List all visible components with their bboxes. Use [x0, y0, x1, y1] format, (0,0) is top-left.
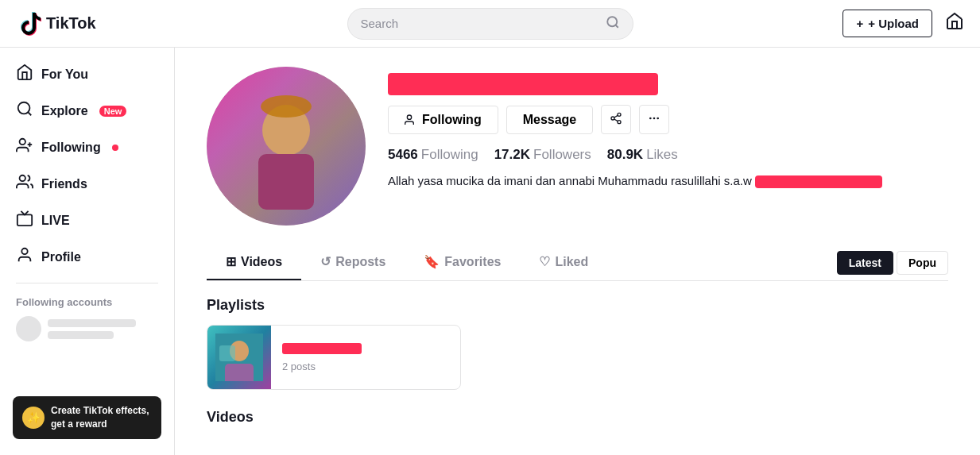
sidebar-item-friends[interactable]: Friends — [6, 167, 168, 202]
svg-point-7 — [20, 175, 25, 181]
tab-favorites-label: Favorites — [444, 255, 501, 269]
sidebar-item-explore[interactable]: Explore New — [6, 94, 168, 129]
likes-count: 80.9K — [607, 147, 643, 163]
svg-rect-25 — [219, 345, 235, 361]
svg-line-17 — [614, 119, 618, 121]
svg-point-15 — [611, 117, 614, 120]
sidebar-item-profile[interactable]: Profile — [6, 240, 168, 275]
tab-reposts-label: Reposts — [335, 255, 385, 269]
svg-rect-11 — [258, 154, 314, 210]
inbox-icon[interactable] — [945, 12, 964, 36]
following-btn-label: Following — [422, 113, 482, 127]
upload-label: + Upload — [868, 17, 919, 30]
stat-likes: 80.9K Likes — [607, 147, 678, 163]
favorites-tab-icon: 🔖 — [424, 254, 440, 269]
tab-liked[interactable]: ♡ Liked — [520, 245, 607, 280]
stat-followers: 17.2K Followers — [494, 147, 591, 163]
home-icon — [16, 64, 33, 86]
share-icon — [610, 112, 622, 125]
videos-tab-icon: ⊞ — [226, 254, 236, 269]
likes-label: Likes — [646, 147, 678, 163]
following-btn-icon — [405, 114, 417, 126]
svg-point-16 — [618, 121, 621, 124]
followers-count: 17.2K — [494, 147, 530, 163]
playlist-card[interactable]: 2 posts — [207, 325, 461, 390]
profile-avatar — [207, 67, 366, 226]
profile-header: Following Message — [207, 67, 948, 226]
tab-liked-label: Liked — [555, 255, 588, 269]
svg-point-14 — [618, 113, 621, 116]
playlists-title: Playlists — [207, 297, 948, 314]
sidebar-item-for-you[interactable]: For You — [6, 57, 168, 92]
tab-reposts[interactable]: ↺ Reposts — [301, 245, 405, 280]
reposts-tab-icon: ↺ — [320, 254, 331, 269]
svg-point-20 — [653, 118, 656, 120]
sidebar-label-following: Following — [41, 141, 101, 155]
following-accounts-label: Following accounts — [6, 290, 168, 311]
sidebar-label-explore: Explore — [41, 104, 88, 118]
playlist-name-redacted — [282, 343, 362, 354]
svg-rect-8 — [17, 214, 32, 226]
profile-bio: Allah yasa mucika da imani dan annabi Mu… — [388, 172, 948, 191]
logo[interactable]: TikTok — [16, 11, 143, 37]
following-account-skeleton — [6, 311, 168, 346]
effects-text: Create TikTok effects, get a reward — [51, 404, 152, 431]
message-button[interactable]: Message — [506, 106, 594, 134]
main-content: Following Message — [175, 48, 980, 455]
friends-icon — [16, 173, 33, 195]
svg-line-18 — [614, 115, 618, 118]
new-badge: New — [99, 106, 127, 117]
live-icon — [16, 210, 33, 232]
playlist-thumbnail — [207, 326, 271, 389]
sidebar-label-live: LIVE — [41, 214, 70, 228]
followers-label: Followers — [533, 147, 591, 163]
playlist-posts-count: 2 posts — [282, 361, 449, 372]
notification-dot — [112, 145, 118, 151]
svg-point-9 — [21, 249, 27, 254]
effects-icon: ✨ — [22, 407, 45, 429]
sort-latest-button[interactable]: Latest — [837, 251, 893, 275]
playlist-svg — [215, 334, 263, 381]
search-icon[interactable] — [606, 15, 620, 33]
create-effects-banner[interactable]: ✨ Create TikTok effects, get a reward — [13, 396, 161, 439]
upload-button[interactable]: + + Upload — [842, 10, 932, 37]
following-button[interactable]: Following — [388, 106, 498, 134]
skeleton-avatar — [16, 316, 41, 341]
following-label: Following — [421, 147, 478, 163]
sidebar: For You Explore New Following — [0, 48, 175, 455]
svg-point-4 — [20, 139, 25, 145]
profile-info: Following Message — [388, 67, 948, 191]
sidebar-item-following[interactable]: Following — [6, 130, 168, 165]
tab-videos-label: Videos — [241, 255, 282, 269]
following-count: 5466 — [388, 147, 418, 163]
header: TikTok + + Upload — [0, 0, 980, 48]
header-actions: + + Upload — [837, 10, 964, 37]
stat-following: 5466 Following — [388, 147, 478, 163]
tiktok-logo-icon — [16, 11, 41, 37]
profile-actions: Following Message — [388, 105, 948, 134]
main-layout: For You Explore New Following — [0, 48, 980, 455]
svg-point-0 — [607, 17, 617, 26]
sidebar-label-friends: Friends — [41, 177, 87, 191]
search-input[interactable] — [361, 17, 599, 30]
svg-point-12 — [261, 95, 312, 118]
playlist-thumb-image — [207, 326, 271, 389]
explore-icon — [16, 100, 33, 122]
liked-tab-icon: ♡ — [539, 254, 550, 269]
sort-popular-button[interactable]: Popu — [897, 251, 948, 275]
tab-favorites[interactable]: 🔖 Favorites — [405, 245, 520, 280]
sidebar-item-live[interactable]: LIVE — [6, 203, 168, 238]
message-btn-label: Message — [523, 113, 577, 126]
bio-redacted — [755, 175, 882, 188]
sidebar-label-for-you: For You — [41, 67, 88, 82]
profile-stats: 5466 Following 17.2K Followers 80.9K Lik… — [388, 147, 948, 163]
svg-point-21 — [657, 118, 660, 120]
tab-videos[interactable]: ⊞ Videos — [207, 245, 301, 280]
more-button[interactable] — [639, 105, 669, 134]
share-button[interactable] — [601, 105, 631, 134]
profile-icon — [16, 246, 33, 268]
svg-point-2 — [18, 102, 30, 114]
following-icon — [16, 137, 33, 159]
playlist-info: 2 posts — [271, 335, 460, 380]
sidebar-label-profile: Profile — [41, 250, 81, 264]
